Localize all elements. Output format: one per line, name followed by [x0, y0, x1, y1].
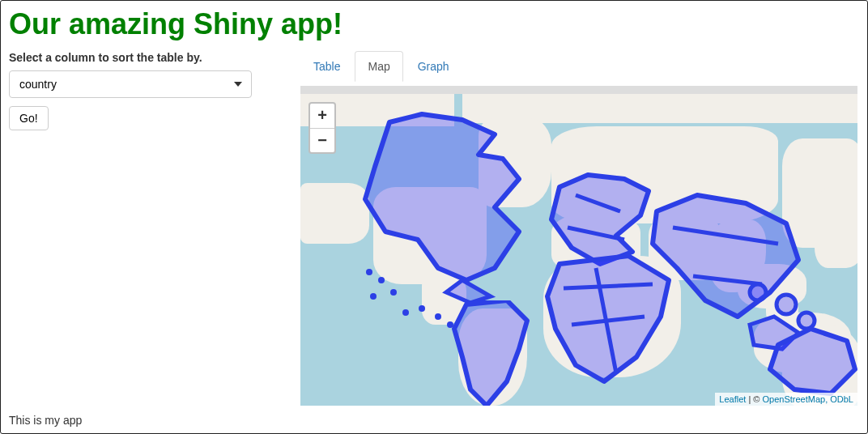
- map-overlay-caribbean-dots: [398, 304, 462, 353]
- svg-point-7: [750, 284, 766, 300]
- tab-map[interactable]: Map: [355, 51, 402, 82]
- column-select[interactable]: country: [9, 70, 252, 98]
- chevron-down-icon: [234, 82, 242, 87]
- map-attribution: Leaflet | © OpenStreetMap, ODbL: [715, 393, 857, 406]
- osm-link[interactable]: OpenStreetMap, ODbL: [762, 394, 853, 404]
- svg-point-13: [370, 293, 377, 300]
- zoom-control: + −: [308, 102, 336, 154]
- go-button[interactable]: Go!: [9, 106, 49, 130]
- svg-point-8: [777, 295, 796, 314]
- zoom-in-button[interactable]: +: [310, 104, 334, 128]
- svg-point-12: [390, 289, 397, 296]
- page-title: Our amazing Shiny app!: [9, 7, 859, 41]
- sidebar: Select a column to sort the table by. co…: [9, 51, 292, 406]
- svg-point-16: [435, 313, 441, 320]
- tab-graph[interactable]: Graph: [405, 51, 462, 82]
- tabset: Table Map Graph: [300, 51, 859, 83]
- svg-point-17: [447, 321, 453, 328]
- main-panel: Table Map Graph + −: [300, 51, 859, 406]
- svg-point-15: [419, 305, 425, 312]
- footer-text: This is my app: [9, 414, 859, 427]
- column-select-value: country: [19, 78, 57, 91]
- svg-point-11: [378, 277, 385, 283]
- zoom-out-button[interactable]: −: [310, 128, 334, 152]
- tab-table[interactable]: Table: [300, 51, 353, 82]
- select-label: Select a column to sort the table by.: [9, 51, 292, 64]
- svg-point-10: [366, 269, 372, 275]
- svg-point-14: [402, 309, 409, 316]
- leaflet-link[interactable]: Leaflet: [719, 394, 746, 404]
- map-overlay-south-america: [450, 300, 547, 406]
- leaflet-map[interactable]: + −: [300, 86, 857, 406]
